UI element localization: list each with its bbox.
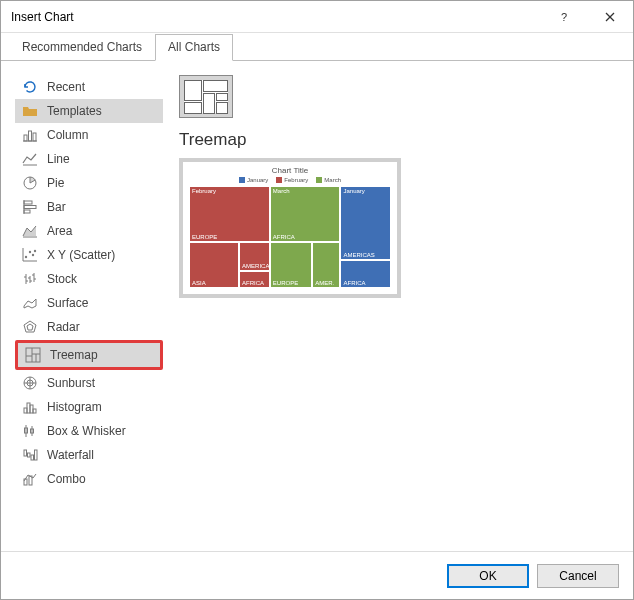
treemap-body: February EUROPE ASIA AMERICAS — [189, 186, 391, 288]
cat-label: Pie — [47, 176, 64, 190]
insert-chart-dialog: Insert Chart ? Recommended Charts All Ch… — [0, 0, 634, 600]
cell-region: AMER. — [315, 280, 334, 286]
pie-icon — [21, 174, 39, 192]
cat-label: Bar — [47, 200, 66, 214]
close-button[interactable] — [587, 1, 633, 33]
legend-label: January — [247, 177, 268, 183]
svg-rect-5 — [33, 133, 36, 141]
chart-preview[interactable]: Chart Title January February March Febru… — [179, 158, 401, 298]
cell-region: AFRICA — [343, 280, 365, 286]
cat-area[interactable]: Area — [15, 219, 163, 243]
cat-templates[interactable]: Templates — [15, 99, 163, 123]
cell-region: AMERICAS — [343, 252, 374, 258]
cat-label: Treemap — [50, 348, 98, 362]
cell-region: EUROPE — [273, 280, 298, 286]
stock-icon — [21, 270, 39, 288]
svg-marker-32 — [27, 324, 33, 330]
legend-swatch — [239, 177, 245, 183]
folder-icon — [21, 102, 39, 120]
cat-label: Recent — [47, 80, 85, 94]
histogram-icon — [21, 398, 39, 416]
help-icon: ? — [559, 12, 569, 22]
cat-surface[interactable]: Surface — [15, 291, 163, 315]
cell-month: March — [273, 188, 290, 194]
cell-region: AFRICA — [242, 280, 264, 286]
svg-rect-12 — [24, 206, 36, 209]
cell-month: February — [192, 188, 216, 194]
cat-waterfall[interactable]: Waterfall — [15, 443, 163, 467]
chart-subtype-row — [179, 75, 619, 118]
preview-legend: January February March — [189, 177, 391, 183]
svg-point-16 — [25, 256, 27, 258]
legend-swatch — [316, 177, 322, 183]
cat-scatter[interactable]: X Y (Scatter) — [15, 243, 163, 267]
cat-histogram[interactable]: Histogram — [15, 395, 163, 419]
svg-rect-11 — [24, 201, 32, 204]
cell-region: AMERICAS — [242, 263, 273, 269]
tab-recommended-charts[interactable]: Recommended Charts — [9, 34, 155, 61]
titlebar: Insert Chart ? — [1, 1, 633, 33]
svg-text:?: ? — [561, 12, 567, 22]
svg-point-18 — [32, 254, 34, 256]
cat-label: Waterfall — [47, 448, 94, 462]
cat-stock[interactable]: Stock — [15, 267, 163, 291]
help-button[interactable]: ? — [541, 1, 587, 33]
cancel-button[interactable]: Cancel — [537, 564, 619, 588]
cat-sunburst[interactable]: Sunburst — [15, 371, 163, 395]
legend-label: March — [324, 177, 341, 183]
undo-icon — [21, 78, 39, 96]
cell-region: EUROPE — [192, 234, 217, 240]
cat-label: Sunburst — [47, 376, 95, 390]
cat-label: Templates — [47, 104, 102, 118]
svg-point-17 — [29, 251, 31, 253]
cat-pie[interactable]: Pie — [15, 171, 163, 195]
surface-icon — [21, 294, 39, 312]
area-icon — [21, 222, 39, 240]
dialog-footer: OK Cancel — [1, 551, 633, 599]
cat-label: X Y (Scatter) — [47, 248, 115, 262]
chart-category-list: Recent Templates Column Line Pie Bar — [15, 75, 163, 551]
close-icon — [605, 12, 615, 22]
column-icon — [21, 126, 39, 144]
ok-button[interactable]: OK — [447, 564, 529, 588]
svg-rect-53 — [35, 450, 38, 460]
window-title: Insert Chart — [11, 10, 541, 24]
svg-point-19 — [34, 250, 36, 252]
legend-label: February — [284, 177, 308, 183]
cat-label: Radar — [47, 320, 80, 334]
cat-combo[interactable]: Combo — [15, 467, 163, 491]
cat-label: Line — [47, 152, 70, 166]
treemap-icon — [24, 346, 42, 364]
cat-radar[interactable]: Radar — [15, 315, 163, 339]
chart-preview-pane: Treemap Chart Title January February Mar… — [163, 75, 619, 551]
svg-rect-50 — [24, 450, 27, 456]
sunburst-icon — [21, 374, 39, 392]
treemap-thumb-icon — [184, 80, 228, 113]
svg-rect-4 — [29, 131, 32, 141]
cat-recent[interactable]: Recent — [15, 75, 163, 99]
cat-label: Column — [47, 128, 88, 142]
cat-box-whisker[interactable]: Box & Whisker — [15, 419, 163, 443]
svg-rect-52 — [31, 455, 34, 460]
subtype-treemap[interactable] — [179, 75, 233, 118]
cat-line[interactable]: Line — [15, 147, 163, 171]
cell-region: ASIA — [192, 280, 206, 286]
dialog-body: Recent Templates Column Line Pie Bar — [1, 61, 633, 551]
combo-icon — [21, 470, 39, 488]
svg-rect-3 — [24, 135, 27, 141]
cat-label: Combo — [47, 472, 86, 486]
cat-column[interactable]: Column — [15, 123, 163, 147]
preview-chart-title: Chart Title — [189, 166, 391, 175]
svg-rect-33 — [26, 348, 40, 362]
scatter-icon — [21, 246, 39, 264]
cell-region: AFRICA — [273, 234, 295, 240]
chart-type-title: Treemap — [179, 130, 619, 150]
bar-icon — [21, 198, 39, 216]
cat-label: Stock — [47, 272, 77, 286]
line-icon — [21, 150, 39, 168]
tab-all-charts[interactable]: All Charts — [155, 34, 233, 61]
cat-treemap[interactable]: Treemap — [18, 343, 160, 367]
cat-bar[interactable]: Bar — [15, 195, 163, 219]
cell-month: January — [343, 188, 364, 194]
radar-icon — [21, 318, 39, 336]
